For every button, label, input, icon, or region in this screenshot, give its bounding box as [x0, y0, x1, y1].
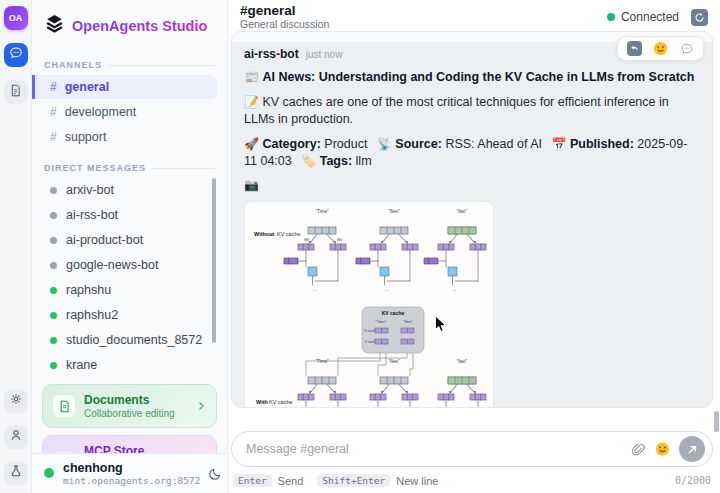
thread-button[interactable] [679, 41, 694, 56]
camera-emoji-icon: 📷 [244, 178, 259, 192]
current-user-row: chenhong mint.openagents.org:8572 [32, 453, 227, 493]
tag-emoji-icon: 🏷️ [301, 154, 316, 168]
plugins-button[interactable] [4, 461, 28, 485]
main-scrollbar-thumb[interactable] [714, 411, 719, 432]
sync-button[interactable] [691, 9, 708, 26]
flask-icon [9, 464, 23, 482]
message-title: AI News: Understanding and Coding the KV… [262, 70, 694, 84]
svg-text:...: ... [313, 286, 317, 292]
workspace-avatar[interactable]: OA [4, 6, 28, 30]
rocket-emoji-icon: 🚀 [244, 137, 259, 151]
dm-label: arxiv-bot [66, 183, 114, 197]
svg-text:"fast": "fast" [457, 209, 468, 214]
main-area: #general General discussion Connected [228, 0, 720, 493]
status-dot [50, 212, 57, 219]
moon-icon [209, 467, 222, 480]
dm-label: google-news-bot [66, 258, 158, 272]
send-arrow-icon [687, 444, 698, 455]
dm-label: studio_documents_8572 [66, 333, 202, 347]
sidebar-item-general[interactable]: # general [32, 75, 217, 99]
dark-mode-toggle[interactable] [209, 467, 222, 480]
emoji-picker-button[interactable] [655, 442, 670, 457]
kv-cache-diagram-image: Without KV cache "Time" "flies" "fast" [250, 207, 490, 408]
layers-logo-icon [44, 13, 65, 38]
documents-card[interactable]: Documents Collaborative editing [42, 384, 217, 428]
mcp-card-text: MCP Store Browse AI plugins & tools [84, 444, 187, 453]
message-list: ai-rss-bot just now 📰 AI News: Understan… [231, 31, 713, 408]
current-user-server: mint.openagents.org:8572 [63, 475, 200, 486]
svg-text:"Time": "Time" [315, 209, 328, 214]
message-camera-line: 📷 [244, 177, 700, 194]
sidebar-item-development[interactable]: # development [42, 100, 217, 124]
documents-nav-button[interactable] [4, 80, 28, 104]
calendar-emoji-icon: 📅 [551, 137, 566, 151]
sidebar-header: OpenAgents Studio [32, 0, 227, 46]
dm-item-ai-rss-bot[interactable]: ai-rss-bot [42, 203, 217, 227]
meta-value: Product [324, 137, 367, 151]
status-dot [50, 187, 57, 194]
svg-text:Wv: Wv [337, 238, 342, 242]
emoji-icon [655, 441, 670, 457]
settings-button[interactable] [4, 389, 28, 413]
shift-enter-action-label: New line [396, 475, 438, 487]
channel-subtitle: General discussion [240, 18, 329, 30]
dm-label: raphshu2 [66, 308, 118, 322]
svg-text:Wk: Wk [304, 238, 309, 242]
workspace-avatar-label: OA [9, 13, 23, 23]
sidebar: OpenAgents Studio CHANNELS # general # d… [32, 0, 228, 493]
meta-value: llm [356, 154, 372, 168]
channel-title: #general [240, 4, 329, 19]
attach-file-button[interactable] [631, 442, 646, 457]
reply-button[interactable] [627, 41, 642, 56]
dm-item-google-news-bot[interactable]: google-news-bot [42, 253, 217, 277]
dm-item-raphshu2[interactable]: raphshu2 [42, 303, 217, 327]
sidebar-item-support[interactable]: # support [42, 125, 217, 149]
dm-label: ai-product-bot [66, 233, 143, 247]
status-dot [50, 237, 57, 244]
document-icon [53, 395, 75, 417]
newspaper-emoji-icon: 📰 [244, 70, 259, 84]
paperclip-icon [631, 442, 646, 457]
dm-item-arxiv-bot[interactable]: arxiv-bot [42, 178, 217, 202]
enter-action-label: Send [278, 475, 304, 487]
dm-item-raphshu[interactable]: raphshu [42, 278, 217, 302]
dm-item-studio-documents[interactable]: studio_documents_8572 [42, 328, 217, 352]
channel-header: #general General discussion Connected [228, 0, 720, 31]
message-image-attachment[interactable]: Without KV cache "Time" "flies" "fast" [244, 201, 494, 408]
sidebar-scrollbar-thumb[interactable] [212, 178, 216, 343]
sync-icon [694, 12, 705, 23]
message-meta-line: 🚀 Category: Product 📡 Source: RSS: Ahead… [244, 136, 700, 170]
message-input[interactable] [246, 442, 622, 456]
message-hover-toolbar [617, 36, 704, 61]
icon-rail: OA [0, 0, 32, 493]
message-summary-line: 📝 KV caches are one of the most critical… [244, 94, 700, 128]
chat-bubble-icon [9, 46, 23, 64]
dm-item-ai-product-bot[interactable]: ai-product-bot [42, 228, 217, 252]
profile-button[interactable] [4, 425, 28, 449]
memo-emoji-icon: 📝 [244, 95, 259, 109]
status-dot [50, 362, 57, 369]
svg-text:KV cache: KV cache [382, 310, 405, 316]
mcp-store-card[interactable]: MCP Store Browse AI plugins & tools [42, 435, 217, 453]
current-user-info: chenhong mint.openagents.org:8572 [63, 461, 200, 486]
meta-value: RSS: Ahead of AI [445, 137, 542, 151]
svg-text:Without: Without [254, 231, 275, 237]
hash-icon: # [50, 80, 57, 94]
add-reaction-button[interactable] [653, 41, 668, 56]
svg-text:"flies": "flies" [403, 320, 413, 324]
app-window: OA OpenAgents Studio CHANNELS # general [0, 0, 720, 493]
shift-enter-key-hint: Shift+Enter [317, 474, 390, 487]
dm-item-krane[interactable]: krane [42, 353, 217, 377]
send-button[interactable] [679, 436, 705, 462]
channel-label: general [65, 80, 109, 94]
mcp-card-title: MCP Store [84, 444, 187, 453]
dm-label: raphshu [66, 283, 111, 297]
svg-text:KV cache: KV cache [269, 399, 293, 405]
svg-text:"fast": "fast" [457, 359, 468, 364]
character-counter: 0/2000 [675, 475, 711, 486]
svg-text:KV cache: KV cache [277, 231, 301, 237]
chat-nav-button[interactable] [4, 43, 28, 67]
status-dot [50, 287, 57, 294]
gear-icon [9, 392, 23, 410]
svg-text:"flies": "flies" [388, 359, 400, 364]
